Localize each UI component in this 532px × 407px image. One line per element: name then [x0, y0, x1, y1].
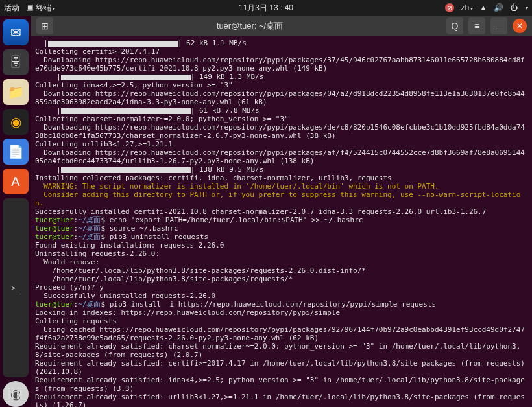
folder-icon[interactable]: 📁: [3, 79, 29, 105]
terminal-window: ⊞ tuer@tuer: ~/桌面 Q ≡ — ✕ || 62 kB 1.1 M…: [31, 16, 532, 407]
terminal-output[interactable]: || 62 kB 1.1 MB/s Collecting certifi>=20…: [31, 36, 532, 407]
system-menu-icon[interactable]: ▾: [526, 5, 528, 11]
rhythmbox-icon[interactable]: ◉: [3, 109, 29, 135]
files-icon[interactable]: 🗄: [3, 49, 29, 75]
libreoffice-icon[interactable]: 📄: [3, 139, 29, 165]
network-icon[interactable]: ▲: [479, 3, 487, 12]
dock: ✉ 🗄 📁 ◉ 📄 A >_ ◉ ⠿⠿⠿⠿⠿⠿: [0, 16, 31, 407]
window-titlebar: ⊞ tuer@tuer: ~/桌面 Q ≡ — ✕: [31, 16, 532, 36]
window-title: tuer@tuer: ~/桌面: [58, 20, 441, 32]
progress-bar: [61, 167, 191, 173]
new-tab-button[interactable]: ⊞: [36, 17, 53, 34]
progress-bar: [48, 41, 178, 47]
volume-icon[interactable]: 🔊: [494, 3, 503, 12]
input-method[interactable]: zh▾: [461, 3, 473, 12]
clock[interactable]: 11月3日 13 : 40: [239, 3, 293, 14]
menu-button[interactable]: ≡: [468, 17, 485, 34]
progress-bar: [61, 75, 191, 80]
app-menu[interactable]: ▣ 终端▾: [26, 3, 55, 14]
software-icon[interactable]: A: [3, 169, 29, 194]
gnome-topbar: 活动 ▣ 终端▾ 11月3日 13 : 40 ⊘ zh▾ ▲ 🔊 ⏻ ▾: [0, 0, 532, 16]
power-icon[interactable]: ⏻: [510, 3, 518, 12]
search-button[interactable]: Q: [446, 17, 463, 34]
terminal-icon[interactable]: >_: [3, 198, 29, 377]
show-apps-icon[interactable]: ⠿⠿⠿⠿⠿⠿: [7, 390, 24, 402]
progress-bar: [61, 108, 191, 114]
close-button[interactable]: ✕: [513, 19, 527, 33]
minimize-button[interactable]: —: [490, 17, 507, 34]
activities-button[interactable]: 活动: [4, 3, 19, 14]
do-not-disturb-icon[interactable]: ⊘: [445, 3, 454, 12]
thunderbird-icon[interactable]: ✉: [3, 19, 29, 45]
